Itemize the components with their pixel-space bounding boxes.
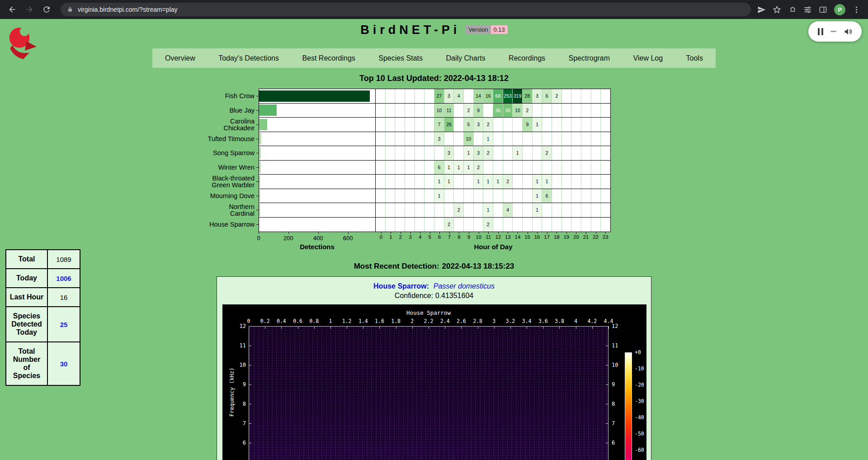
spec-x-tick-label: 3.4	[522, 318, 532, 324]
spec-y-tick-label-left: 10	[231, 362, 246, 368]
nav-item-best-recordings[interactable]: Best Recordings	[297, 52, 359, 65]
axis-tick-label: 0	[257, 235, 260, 242]
heatmap-cell	[523, 175, 533, 189]
nav-item-spectrogram[interactable]: Spectrogram	[564, 52, 615, 65]
heatmap-cell	[415, 104, 425, 118]
spec-x-tick-label: 0.4	[277, 318, 286, 324]
heatmap-cell	[474, 132, 484, 146]
heatmap-cell	[493, 203, 503, 217]
heatmap-cell	[395, 218, 405, 232]
colorbar-tick-label: -20	[635, 382, 644, 388]
spec-x-tick-label: 0.6	[293, 318, 302, 324]
stats-value-link[interactable]: 25	[47, 307, 80, 342]
hour-tick-label: 3	[409, 234, 411, 240]
stats-value-link[interactable]: 30	[47, 342, 80, 385]
nav-item-tools[interactable]: Tools	[682, 52, 708, 65]
stats-table: Total1089Today1006Last Hour16Species Det…	[5, 249, 80, 386]
hour-tick-label: 4	[419, 234, 421, 240]
spec-x-tick	[281, 326, 282, 329]
nav-item-view-log[interactable]: View Log	[629, 52, 668, 65]
heatmap-cell	[454, 218, 464, 232]
tune-icon[interactable]	[803, 5, 812, 14]
spec-y-tick-label-left: 6	[231, 440, 246, 446]
heatmap-cell	[376, 118, 386, 132]
heatmap-cell	[386, 104, 396, 118]
stats-label: Total Number of Species	[6, 342, 47, 385]
axis-tick	[498, 232, 499, 234]
heatmap-cell: 1	[533, 203, 542, 217]
detection-confidence: Confidence: 0.41351604	[222, 292, 646, 300]
stats-value-link[interactable]: 1006	[47, 269, 80, 288]
spec-x-tick	[298, 326, 298, 329]
spec-x-tick	[461, 326, 462, 329]
forward-button[interactable]	[22, 2, 37, 17]
most-recent-label: Most Recent Detection:	[354, 262, 439, 270]
spec-x-tick	[494, 326, 495, 329]
reload-button[interactable]	[39, 2, 54, 17]
heatmap-cell	[533, 146, 542, 160]
heatmap-row: 72653291	[376, 118, 610, 132]
side-panel-icon[interactable]	[819, 5, 827, 14]
nav-item-today-s-detections[interactable]: Today's Detections	[214, 52, 283, 65]
spec-x-tick	[543, 326, 543, 329]
heatmap-cell: 7	[434, 118, 444, 132]
heatmap-cell	[386, 218, 396, 232]
spec-y-tick-label-right: 11	[612, 342, 618, 349]
address-bar[interactable]: virginia.birdnetpi.com/?stream=play	[61, 3, 751, 16]
heatmap-cell	[425, 218, 434, 232]
heatmap-cell	[425, 118, 434, 132]
axis-tick	[479, 232, 479, 234]
extensions-puzzle-icon[interactable]	[788, 5, 797, 14]
spec-x-tick	[576, 326, 576, 329]
species-label: Mourning Dove	[203, 189, 259, 204]
spec-y-tick	[249, 384, 251, 385]
spectrogram[interactable]: House Sparrow Frequency (kHz) 00.20.40.6…	[222, 304, 646, 460]
axis-tick	[459, 232, 459, 234]
heatmap-cell	[395, 203, 405, 217]
heatmap-cell	[454, 118, 464, 132]
heatmap-cell	[444, 132, 454, 146]
heatmap-row: 3101	[376, 132, 610, 147]
heatmap-cell	[415, 175, 425, 189]
detection-scientific-name-link[interactable]: Passer domesticus	[434, 282, 495, 290]
heatmap-cell	[425, 161, 434, 175]
nav-item-recordings[interactable]: Recordings	[504, 52, 550, 65]
species-label: Northern Cardinal	[203, 203, 259, 218]
nav-item-overview[interactable]: Overview	[160, 52, 200, 65]
back-button[interactable]	[5, 2, 20, 17]
detections-bar-row	[259, 118, 375, 132]
spec-x-tick	[412, 326, 413, 329]
nav-item-species-stats[interactable]: Species Stats	[374, 52, 427, 65]
heatmap-cell	[601, 118, 610, 132]
axis-tick	[259, 232, 259, 234]
heatmap-cell	[395, 175, 405, 189]
browser-toolbar: virginia.birdnetpi.com/?stream=play P	[0, 0, 868, 19]
volume-icon[interactable]	[844, 27, 853, 36]
share-icon[interactable]	[757, 5, 766, 14]
nav-item-daily-charts[interactable]: Daily Charts	[442, 52, 490, 65]
species-label: Song Sparrow	[203, 146, 259, 161]
menu-dots-icon[interactable]	[852, 5, 861, 14]
profile-avatar[interactable]: P	[834, 4, 845, 15]
spec-x-tick-label: 3	[492, 318, 495, 324]
heatmap-cell: 1	[444, 161, 454, 175]
heatmap-cell: 1	[483, 203, 493, 217]
profile-initial: P	[838, 6, 842, 13]
species-label: Fish Crow	[203, 89, 259, 104]
heatmap-cell: 11	[444, 104, 454, 118]
heatmap-row: 313212	[376, 146, 610, 161]
heatmap-row: 1011293639102	[376, 104, 610, 118]
heatmap-cell	[415, 218, 425, 232]
spec-x-tick-label: 1.8	[391, 318, 401, 324]
pause-button[interactable]	[818, 28, 823, 35]
heatmap-cell	[552, 146, 562, 160]
detection-common-name-link[interactable]: House Sparrow:	[373, 282, 429, 290]
heatmap-cell: 319	[513, 89, 523, 103]
stats-label: Species Detected Today	[6, 307, 47, 342]
heatmap-cell	[395, 189, 405, 203]
heatmap-cell	[601, 203, 610, 217]
colorbar-tick-label: -10	[635, 365, 644, 372]
bookmark-star-icon[interactable]	[773, 5, 781, 14]
birdnet-pi-logo[interactable]	[5, 25, 44, 64]
detections-bar	[259, 190, 260, 201]
